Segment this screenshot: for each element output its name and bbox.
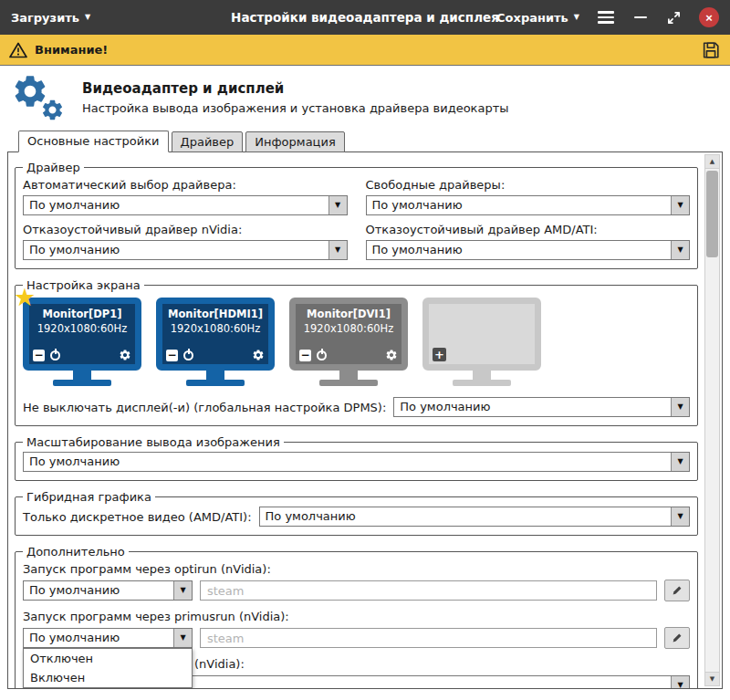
optirun-edit-button[interactable] (664, 580, 690, 601)
monitor-stand (473, 371, 491, 380)
monitor-screen: Monitor[DVI1] 1920x1080:60Hz − (289, 298, 408, 371)
monitor-screen: + (422, 298, 541, 371)
monitor-dvi1[interactable]: Monitor[DVI1] 1920x1080:60Hz − (289, 298, 408, 386)
monitor-controls: − (299, 349, 398, 361)
expand-icon (667, 11, 681, 25)
minimize-button[interactable] (632, 15, 649, 21)
warning-text: Внимание! (35, 43, 108, 57)
monitor-hdmi1[interactable]: Monitor[HDMI1] 1920x1080:60Hz − (156, 298, 275, 386)
menu-button[interactable] (596, 9, 616, 26)
scaling-group: Масштабирование вывода изображения По ум… (15, 435, 698, 481)
remove-monitor-icon[interactable]: − (299, 350, 311, 361)
discrete-video-select[interactable]: По умолчанию ▼ (259, 507, 690, 527)
optirun-select[interactable]: По умолчанию ▼ (23, 580, 193, 601)
monitor-base (53, 380, 111, 386)
monitor-resolution: 1920x1080:60Hz (162, 322, 268, 335)
chevron-down-icon[interactable]: ▼ (671, 398, 689, 416)
power-icon[interactable] (183, 350, 193, 360)
titlebar: Настройки видеоадаптера и дисплея Загруз… (0, 0, 730, 35)
scroll-down-icon[interactable]: ▼ (705, 672, 719, 685)
gear-icon (40, 98, 65, 122)
primusrun-select[interactable]: По умолчанию ▼ Отключен Включен (23, 628, 193, 648)
monitor-base (453, 380, 511, 386)
driver-group-legend: Драйвер (23, 161, 84, 174)
dropdown-option-disabled[interactable]: Отключен (24, 649, 192, 668)
failsafe-amd-select[interactable]: По умолчанию ▼ (366, 240, 691, 260)
field-failsafe-amd: Отказоустойчивый драйвер AMD/ATI: По умо… (366, 222, 691, 260)
page-header-text: Видеоадаптер и дисплей Настройка вывода … (82, 80, 509, 115)
main-content: Драйвер Автоматический выбор драйвера: П… (7, 151, 723, 689)
add-monitor-icon[interactable]: + (433, 348, 446, 361)
save-button-label: Сохранить (496, 11, 568, 25)
minimize-icon (634, 16, 647, 19)
close-icon: × (705, 12, 713, 24)
monitor-controls: − (166, 349, 265, 361)
dropdown-option-enabled[interactable]: Включен (24, 668, 192, 687)
chevron-down-icon[interactable]: ▼ (173, 581, 192, 600)
primusrun-row: По умолчанию ▼ Отключен Включен (23, 627, 690, 649)
primary-star-icon: ★ (14, 285, 36, 309)
chevron-down-icon[interactable]: ▼ (328, 196, 347, 214)
scrollbar-thumb[interactable] (706, 171, 718, 257)
tab-main-settings[interactable]: Основные настройки (18, 131, 169, 152)
power-icon[interactable] (50, 350, 60, 360)
chevron-down-icon[interactable]: ▼ (328, 241, 347, 259)
dpms-select[interactable]: По умолчанию ▼ (393, 397, 690, 417)
monitor-settings-icon[interactable] (252, 349, 265, 361)
remove-monitor-icon[interactable]: − (166, 350, 178, 361)
monitor-name: Monitor[DVI1] (296, 308, 402, 320)
primusrun-command-input[interactable] (200, 628, 657, 648)
auto-driver-select[interactable]: По умолчанию ▼ (23, 195, 348, 215)
chevron-down-icon[interactable]: ▼ (671, 196, 689, 214)
failsafe-nvidia-select[interactable]: По умолчанию ▼ (23, 240, 348, 260)
chevron-down-icon[interactable]: ▼ (173, 629, 192, 647)
save-file-button[interactable] (701, 40, 721, 60)
chevron-down-icon[interactable]: ▼ (671, 676, 689, 689)
screen-group: Настройка экрана ★ Monitor[DP1] 1920x108… (15, 278, 698, 426)
optirun-row: По умолчанию ▼ (23, 580, 690, 601)
monitor-screen: Monitor[DP1] 1920x1080:60Hz − (23, 298, 141, 371)
monitor-dp1[interactable]: ★ Monitor[DP1] 1920x1080:60Hz − (23, 298, 141, 386)
load-button[interactable]: Загрузить ▼ (11, 11, 90, 25)
pencil-icon (671, 632, 683, 644)
additional-group-legend: Дополнительно (23, 545, 129, 559)
driver-group: Драйвер Автоматический выбор драйвера: П… (15, 161, 698, 269)
pencil-icon (671, 584, 683, 597)
monitor-settings-icon[interactable] (119, 349, 131, 361)
monitor-resolution: 1920x1080:60Hz (29, 322, 135, 335)
dpms-row: Не выключать дисплей(-и) (глобальная нас… (23, 397, 690, 417)
page-subtitle: Настройка вывода изображения и установка… (82, 101, 509, 115)
field-free-drivers: Свободные драйверы: По умолчанию ▼ (366, 177, 691, 215)
monitor-screen: Monitor[HDMI1] 1920x1080:60Hz − (156, 298, 275, 371)
tab-information[interactable]: Информация (245, 131, 344, 152)
chevron-down-icon: ▼ (574, 14, 579, 21)
chevron-down-icon[interactable]: ▼ (671, 453, 689, 471)
screen-group-legend: Настройка экрана (23, 278, 144, 292)
scroll-up-icon[interactable]: ▲ (705, 155, 719, 169)
primusrun-edit-button[interactable] (664, 627, 690, 649)
chevron-down-icon[interactable]: ▼ (671, 241, 689, 259)
close-button[interactable]: × (699, 7, 719, 27)
monitor-base (186, 380, 245, 386)
maximize-button[interactable] (665, 9, 683, 26)
tab-driver[interactable]: Драйвер (172, 131, 244, 152)
primusrun-dropdown-list: Отключен Включен (23, 648, 193, 688)
save-button[interactable]: Сохранить ▼ (496, 11, 579, 25)
titlebar-controls: Сохранить ▼ × (496, 7, 719, 27)
load-button-label: Загрузить (11, 11, 79, 25)
scaling-select[interactable]: По умолчанию ▼ (23, 452, 690, 472)
monitor-controls: − (33, 349, 131, 361)
optirun-command-input[interactable] (200, 580, 657, 601)
page-header: Видеоадаптер и дисплей Настройка вывода … (0, 66, 730, 130)
field-label: Автоматический выбор драйвера: (23, 178, 348, 192)
monitor-settings-icon[interactable] (385, 349, 398, 361)
vertical-scrollbar[interactable]: ▲ ▼ (704, 154, 720, 686)
monitor-stand (339, 371, 358, 380)
optirun-label: Запуск программ через optirun (nVidia): (23, 562, 690, 576)
hybrid-group: Гибридная графика Только дискретное виде… (15, 490, 698, 536)
power-icon[interactable] (317, 350, 327, 360)
remove-monitor-icon[interactable]: − (33, 350, 45, 361)
free-drivers-select[interactable]: По умолчанию ▼ (366, 195, 691, 215)
chevron-down-icon[interactable]: ▼ (671, 507, 689, 526)
monitor-add-slot[interactable]: + (422, 298, 541, 386)
